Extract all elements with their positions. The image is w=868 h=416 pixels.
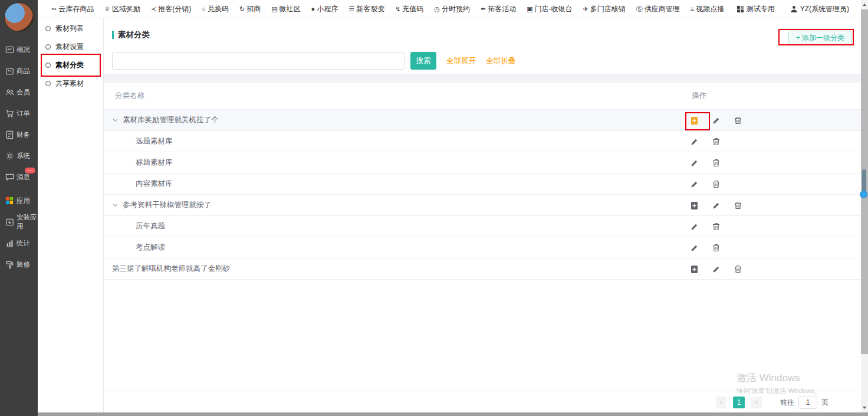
nav-item-time-booking[interactable]: ◷分时预约 (429, 4, 475, 14)
sidebar-item-label: 系统 (17, 152, 30, 160)
nav-item-community[interactable]: ▤微社区 (266, 4, 305, 14)
search-button[interactable]: 搜索 (410, 52, 436, 70)
sidebar-item-overview[interactable]: 概况 (0, 39, 38, 60)
supplier-icon: Ⓢ (636, 5, 643, 14)
submenu-item-material-settings[interactable]: 素材设置 (38, 38, 103, 56)
radio-icon (45, 44, 51, 50)
page-number-button[interactable]: 1 (733, 397, 745, 408)
delete-icon[interactable] (712, 180, 734, 188)
table-row[interactable]: 选题素材库 (104, 131, 861, 152)
expand-all-link[interactable]: 全部展开 (446, 56, 476, 66)
nav-item-video-on-demand[interactable]: ≡视频点播 (685, 4, 729, 14)
row-operations (691, 195, 756, 216)
edit-icon[interactable] (691, 223, 712, 231)
delete-icon[interactable] (734, 116, 756, 125)
submenu-item-material-category[interactable]: 素材分类 (38, 56, 103, 74)
radio-icon (45, 81, 51, 86)
row-operations (691, 110, 756, 131)
row-operations (691, 258, 756, 280)
pen-icon: ✒ (481, 5, 486, 13)
goto-page-input[interactable] (798, 396, 817, 409)
edit-icon[interactable] (712, 202, 734, 209)
search-row: 搜索 全部展开 全部折叠 (112, 52, 515, 70)
nav-item-customer-activity[interactable]: ✒拓客活动 (475, 4, 521, 14)
add-category-button[interactable]: + 添加一级分类 (788, 31, 852, 45)
nav-item-miniprogram[interactable]: ●小程序 (306, 4, 344, 14)
edit-icon[interactable] (712, 266, 734, 273)
members-icon (5, 87, 14, 97)
pagination: ‹ 1 › 前往 页 (716, 396, 828, 409)
table-row[interactable]: 参考资料干辣椒管理就按了 (104, 195, 861, 216)
edit-icon[interactable] (691, 138, 712, 146)
category-name: 考点解读 (136, 243, 165, 253)
sidebar-item-finance[interactable]: 财务 (0, 124, 38, 145)
table-footer-divider (104, 391, 861, 391)
scroll-pin-knob[interactable] (860, 191, 867, 198)
add-subcategory-icon[interactable] (691, 265, 712, 274)
delete-icon[interactable] (712, 244, 734, 252)
table-row[interactable]: 内容素材库 (104, 173, 861, 195)
scrollbar[interactable] (861, 0, 868, 412)
edit-icon[interactable] (691, 181, 712, 188)
delete-icon[interactable] (734, 265, 756, 273)
edit-icon[interactable] (691, 159, 712, 167)
add-subcategory-icon[interactable] (691, 116, 712, 125)
sidebar-item-messages[interactable]: 消息 ⋯ (0, 166, 38, 188)
add-subcategory-icon[interactable] (691, 201, 712, 210)
nav-item-redeem-code[interactable]: ○兑换码 (196, 4, 234, 14)
nav-item-fission[interactable]: ☰新客裂变 (343, 4, 390, 14)
delete-icon[interactable] (712, 137, 734, 146)
chevron-down-icon[interactable] (113, 204, 118, 207)
circle-icon: ○ (202, 5, 206, 12)
workspace-switcher[interactable]: 测试专用 (737, 4, 775, 14)
sidebar-item-apps[interactable]: 应用 (0, 190, 38, 211)
scroll-up-arrow-icon[interactable] (863, 4, 866, 6)
prev-page-button[interactable]: ‹ (716, 397, 726, 408)
sidebar-item-products[interactable]: 商品 (0, 60, 38, 81)
nav-item-store-cashier[interactable]: ▣门店-收银台 (521, 4, 577, 14)
row-operations (691, 216, 734, 237)
table-row[interactable]: 素材库奖励管理就关机拉了个 (104, 110, 861, 131)
nav-item-distribution[interactable]: ≺推客(分销) (146, 4, 196, 14)
top-nav-items: ∾云库存商品 ♕区域奖励 ≺推客(分销) ○兑换码 ↻招商 ▤微社区 ●小程序 … (46, 4, 729, 14)
sidebar-item-decoration[interactable]: 装修 (0, 254, 38, 275)
top-nav-right: 测试专用 YZ(系统管理员) (737, 4, 854, 14)
category-name: 内容素材库 (136, 179, 173, 189)
submenu-item-material-list[interactable]: 素材列表 (38, 19, 103, 38)
avatar[interactable] (4, 2, 34, 32)
submenu-item-shared-material[interactable]: 共享素材 (38, 74, 103, 93)
next-page-button[interactable]: › (751, 397, 762, 408)
sidebar-item-system[interactable]: 系统 (0, 145, 38, 166)
nav-item-multistore-verify[interactable]: ✈多门店核销 (578, 4, 631, 14)
storefront-icon: ▣ (527, 5, 532, 13)
delete-icon[interactable] (734, 201, 756, 209)
table-row[interactable]: 历年真题 (104, 216, 861, 237)
sidebar-item-statistics[interactable]: 统计 (0, 232, 38, 254)
nav-item-investment[interactable]: ↻招商 (234, 4, 266, 14)
edit-icon[interactable] (691, 244, 712, 252)
video-menu-icon: ≡ (691, 5, 694, 12)
nav-item-recharge-code[interactable]: ↯充值码 (390, 4, 429, 14)
table-row[interactable]: 第三据了解哦机构老师就高了金刚砂 (104, 258, 861, 280)
category-name: 第三据了解哦机构老师就高了金刚砂 (112, 264, 230, 274)
sidebar-item-members[interactable]: 会员 (0, 81, 38, 103)
search-input[interactable] (112, 52, 405, 70)
sidebar-item-install-apps[interactable]: 安装应用 (0, 211, 38, 232)
delete-icon[interactable] (712, 159, 734, 167)
edit-icon[interactable] (712, 117, 734, 125)
radio-icon (45, 26, 51, 31)
category-table: 分类名称 操作 素材库奖励管理就关机拉了个 选题素材库 (104, 83, 861, 280)
nav-item-supplier[interactable]: Ⓢ供应商管理 (631, 4, 685, 14)
table-row[interactable]: 标题素材库 (104, 152, 861, 173)
row-operations (691, 152, 734, 173)
nav-item-cloud-stock[interactable]: ∾云库存商品 (46, 4, 99, 14)
sidebar-item-orders[interactable]: 订单 (0, 103, 38, 124)
delete-icon[interactable] (712, 222, 734, 231)
user-menu[interactable]: YZ(系统管理员) (790, 4, 849, 14)
scroll-down-arrow-icon[interactable] (863, 407, 866, 409)
table-row[interactable]: 考点解读 (104, 237, 861, 258)
chevron-down-icon[interactable] (113, 119, 118, 122)
nav-item-region-reward[interactable]: ♕区域奖励 (99, 4, 146, 14)
link-icon: ∾ (51, 5, 57, 13)
collapse-all-link[interactable]: 全部折叠 (486, 56, 515, 66)
